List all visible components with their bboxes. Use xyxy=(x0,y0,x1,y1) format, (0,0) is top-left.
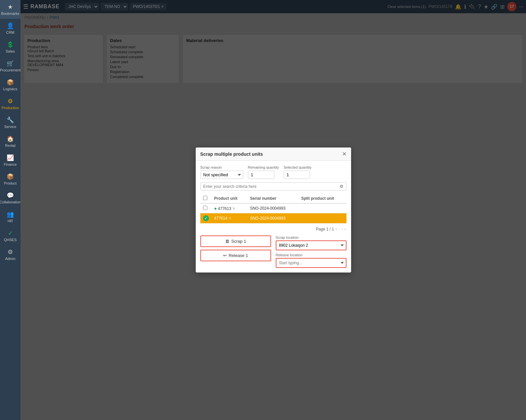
sidebar-item-label: Logistics xyxy=(3,87,18,91)
sidebar-item-sales[interactable]: 💲 Sales xyxy=(0,38,20,57)
remaining-qty-input[interactable] xyxy=(248,171,274,179)
row1-status-icon: ● xyxy=(214,206,217,211)
procurement-icon: 🛒 xyxy=(7,60,14,67)
logistics-icon: 📦 xyxy=(7,79,14,86)
remaining-qty-group: Remaining quantity xyxy=(248,165,279,179)
production-icon: ⚙ xyxy=(8,98,13,105)
row1-split xyxy=(299,203,346,213)
row2-checkbox-cell[interactable]: ✓ xyxy=(200,213,212,224)
scrap-reason-group: Scrap reason Not specified xyxy=(200,165,243,179)
selected-qty-group: Selected quantity xyxy=(284,165,311,179)
row2-split xyxy=(299,213,346,224)
table-row[interactable]: ● 477613 ✎ SNO-2024-0004993 xyxy=(200,203,346,213)
sidebar-item-service[interactable]: 🔧 Service xyxy=(0,113,20,132)
sidebar-item-bookmarks[interactable]: ★ Bookmarks xyxy=(0,0,20,19)
action-section: 🗑 Scrap 1 ↩ Release 1 Scrap location xyxy=(200,235,346,268)
product-units-table: Product unit Serial number Split product… xyxy=(200,194,346,224)
checkbox-header xyxy=(200,194,212,203)
scrap-location-select[interactable]: 8902 Lokasjon 2 xyxy=(276,240,346,250)
pagination: Page 1 / 1 « ‹ › » xyxy=(200,227,346,231)
scrap-location-label: Scrap location xyxy=(276,235,346,239)
sidebar-item-collaboration[interactable]: 💬 Collaboration xyxy=(0,189,20,207)
release-button[interactable]: ↩ Release 1 xyxy=(200,250,271,261)
sidebar-item-label: Procurement xyxy=(0,68,21,72)
admin-icon: ⚙ xyxy=(8,248,13,256)
sidebar-item-label: Sales xyxy=(6,49,15,53)
product-unit-header: Product unit xyxy=(212,194,248,203)
sidebar-item-label: CRM xyxy=(6,30,14,34)
rental-icon: 🏠 xyxy=(7,135,14,143)
row1-checkbox[interactable] xyxy=(203,206,207,210)
row2-check-icon: ✓ xyxy=(203,215,209,221)
release-location-label: Release location xyxy=(276,253,346,257)
sidebar-item-label: Service xyxy=(4,125,17,129)
collaboration-icon: 💬 xyxy=(7,192,14,199)
scrap-reason-label: Scrap reason xyxy=(200,165,243,169)
first-page-button[interactable]: « xyxy=(335,227,338,231)
table-body: ● 477613 ✎ SNO-2024-0004993 ✓ xyxy=(200,203,346,224)
search-gear-icon[interactable]: ⚙ xyxy=(340,184,344,189)
row2-link-icon[interactable]: ✎ xyxy=(228,216,231,220)
release-location-input[interactable] xyxy=(276,258,346,268)
bookmarks-icon: ★ xyxy=(8,3,13,11)
selected-qty-label: Selected quantity xyxy=(284,165,311,169)
release-location-group: Release location xyxy=(276,253,346,268)
sidebar-item-label: HR xyxy=(8,219,13,223)
search-bar: ⚙ xyxy=(200,182,346,190)
sidebar-item-label: Production xyxy=(2,106,19,110)
sidebar-item-label: Admin xyxy=(5,257,15,261)
page-info: Page 1 / 1 xyxy=(316,227,334,231)
search-input[interactable] xyxy=(203,184,338,189)
hr-icon: 👥 xyxy=(7,211,14,218)
sidebar-item-qhses[interactable]: ✓ QHSES xyxy=(0,226,20,245)
sidebar-item-product[interactable]: 📦 Product xyxy=(0,170,20,189)
modal-title: Scrap multiple product units xyxy=(200,151,263,157)
sidebar-item-label: Bookmarks xyxy=(1,12,19,16)
sidebar-item-production[interactable]: ⚙ Production xyxy=(0,94,20,113)
modal-close-button[interactable]: ✕ xyxy=(342,151,346,157)
sidebar: ★ Bookmarks 👤 CRM 💲 Sales 🛒 Procurement … xyxy=(0,0,20,420)
row1-link-icon[interactable]: ✎ xyxy=(232,207,235,211)
sidebar-item-hr[interactable]: 👥 HR xyxy=(0,207,20,226)
remaining-qty-label: Remaining quantity xyxy=(248,165,279,169)
selected-qty-input[interactable] xyxy=(284,171,310,179)
row2-serial-number: SNO-2024-0004993 xyxy=(247,213,299,224)
sidebar-item-procurement[interactable]: 🛒 Procurement xyxy=(0,57,20,75)
sidebar-item-label: Rental xyxy=(5,144,16,147)
sidebar-item-logistics[interactable]: 📦 Logistics xyxy=(0,75,20,94)
finance-icon: 📈 xyxy=(7,154,14,161)
sidebar-item-crm[interactable]: 👤 CRM xyxy=(0,19,20,38)
sidebar-item-rental[interactable]: 🏠 Rental xyxy=(0,132,20,151)
sales-icon: 💲 xyxy=(7,41,14,48)
action-buttons: 🗑 Scrap 1 ↩ Release 1 xyxy=(200,235,271,268)
next-page-button[interactable]: › xyxy=(342,227,343,231)
modal-overlay: Scrap multiple product units ✕ Scrap rea… xyxy=(20,0,526,420)
sidebar-item-label: Collaboration xyxy=(0,200,21,204)
sidebar-item-label: Finance xyxy=(4,162,17,166)
crm-icon: 👤 xyxy=(7,22,14,29)
table-row-selected[interactable]: ✓ 477614 ✎ SNO-2024-0004993 xyxy=(200,213,346,224)
serial-number-header: Serial number xyxy=(247,194,299,203)
sidebar-item-label: Product xyxy=(4,181,17,185)
sidebar-item-label: QHSES xyxy=(4,238,17,242)
scrap-reason-select[interactable]: Not specified xyxy=(200,171,243,179)
scrap-location-group: Scrap location 8902 Lokasjon 2 xyxy=(276,235,346,250)
form-row-top: Scrap reason Not specified Remaining qua… xyxy=(200,165,346,179)
modal-body: Scrap reason Not specified Remaining qua… xyxy=(196,161,351,273)
qhses-icon: ✓ xyxy=(8,230,13,237)
select-all-checkbox[interactable] xyxy=(203,196,207,200)
prev-page-button[interactable]: ‹ xyxy=(339,227,340,231)
service-icon: 🔧 xyxy=(7,116,14,124)
last-page-button[interactable]: » xyxy=(344,227,346,231)
release-icon: ↩ xyxy=(223,253,227,258)
row1-checkbox-cell[interactable] xyxy=(200,203,212,213)
scrap-button[interactable]: 🗑 Scrap 1 xyxy=(200,235,271,247)
product-icon: 📦 xyxy=(7,173,14,180)
table-header: Product unit Serial number Split product… xyxy=(200,194,346,203)
scrap-modal: Scrap multiple product units ✕ Scrap rea… xyxy=(196,147,351,273)
row2-product-unit: 477614 ✎ xyxy=(212,213,248,224)
row1-serial-number: SNO-2024-0004993 xyxy=(247,203,299,213)
sidebar-item-admin[interactable]: ⚙ Admin xyxy=(0,245,20,264)
row1-product-unit: ● 477613 ✎ xyxy=(212,203,248,213)
sidebar-item-finance[interactable]: 📈 Finance xyxy=(0,151,20,170)
